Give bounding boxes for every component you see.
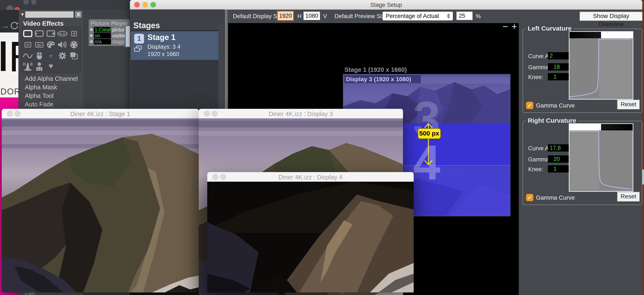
gamma-field[interactable]: 18 [548, 63, 569, 71]
disclosure-triangle-icon[interactable]: ▼ [20, 12, 25, 17]
window-titlebar[interactable]: Diner 4K.izz : Display 3 [199, 109, 403, 118]
show-display-overview-button[interactable]: Show Display Overview [580, 12, 643, 21]
v-label: V [323, 12, 327, 21]
gamma-field[interactable]: 20 [548, 155, 569, 163]
divide-icon[interactable]: ÷ [46, 52, 56, 60]
port-dot[interactable] [90, 34, 93, 37]
effect-list-item[interactable]: Add Alpha Channel [25, 75, 78, 82]
stage-caption: Stage 1 (1920 x 1660) [344, 66, 407, 73]
midi-icon[interactable] [69, 40, 79, 49]
reset-button[interactable]: Reset [617, 100, 640, 109]
logo-letter-fragment [1, 42, 6, 71]
background-logo-area: DORA [0, 33, 18, 98]
effects-panel-title: Video Effects [23, 20, 64, 27]
node-input-row: 1:Catalin picture [89, 27, 130, 33]
layers-icon[interactable] [69, 52, 79, 60]
divider [21, 83, 78, 83]
display4-output-image [207, 182, 414, 292]
stage-list-item[interactable]: 1 Stage 1 Displays: 3 4 1920 x 1660 [131, 30, 223, 60]
gamma-label: Gamma: [528, 156, 550, 163]
zoom-dot[interactable] [150, 2, 156, 8]
effect-list-item[interactable]: Alpha Tool [25, 92, 54, 99]
display4-output-window: Diner 4K.izz : Display 4 [207, 172, 414, 292]
left-curvature-group: Left Curvature Curve Amt: 2 Gamma: 18 Kn… [523, 29, 642, 113]
window-title: Stage Setup [370, 2, 402, 8]
window-title: Diner 4K.izz : Stage 1 [2, 111, 199, 118]
divider [21, 100, 78, 101]
freeframe-icon[interactable]: ff [69, 29, 79, 38]
gamma-curve-checkbox[interactable]: ✓ [526, 194, 533, 201]
heart-icon[interactable]: ♥ [46, 62, 56, 70]
quartz-composer-icon[interactable]: QC [34, 40, 44, 49]
gamma-curve-label: Gamma Curve [536, 102, 575, 109]
glsl-icon[interactable]: GLSL [58, 29, 67, 38]
preview-percent-field[interactable]: 25 [456, 12, 473, 20]
preview-size-label: Default Preview Size: [334, 12, 390, 21]
stage-name: Stage 1 [148, 33, 176, 42]
effects-list-clipped-row[interactable]: Flip [19, 292, 83, 295]
window-title: Diner 4K.izz : Display 4 [207, 174, 414, 181]
display-width-field[interactable]: 1920 [277, 11, 294, 21]
stepper-icon[interactable] [446, 13, 451, 20]
coreimage-icon[interactable]: CI [23, 40, 33, 49]
port-dot[interactable] [90, 40, 93, 43]
gamma-label: Gamma: [528, 64, 550, 71]
stage-resolution: 1920 x 1660 [148, 51, 179, 58]
knee-field[interactable]: 1 [548, 73, 569, 80]
effect-list-item[interactable]: Alpha Mask [25, 84, 57, 91]
left-gamma-curve-graph[interactable] [569, 31, 633, 100]
mouse-icon[interactable] [34, 52, 44, 60]
gamma-curve-checkbox[interactable]: ✓ [526, 102, 533, 109]
reload-icon[interactable] [10, 21, 19, 30]
curve-amt-field[interactable]: 2 [548, 52, 569, 60]
overlap-measure-badge: 500 px [418, 128, 441, 139]
zoom-out-button[interactable]: − [502, 22, 508, 31]
effect-list-item[interactable]: Auto Fade [25, 101, 54, 108]
value-box[interactable]: n/a [94, 39, 111, 45]
displays-icon [134, 45, 142, 52]
preview-size-dropdown[interactable]: Percentage of Actual [382, 12, 453, 21]
knee-label: Knee: [528, 74, 543, 81]
value-box[interactable]: 1:Catalin [94, 27, 111, 33]
minimize-dot[interactable] [142, 2, 148, 8]
close-dot[interactable] [134, 2, 140, 8]
gear-icon[interactable] [58, 52, 67, 60]
dora-text: DORA [0, 87, 18, 96]
display3-caption-chip: Display 3 (1920 x 1080) [344, 75, 421, 83]
knee-label: Knee: [528, 166, 543, 173]
antenna-icon[interactable] [23, 62, 33, 71]
right-curvature-title: Right Curvature [526, 117, 578, 124]
stage-setup-titlebar[interactable]: Stage Setup [130, 0, 642, 10]
right-gamma-curve-graph[interactable] [569, 123, 633, 192]
effect-list-item[interactable]: Flip [25, 292, 35, 295]
effects-filter-input[interactable] [25, 11, 74, 18]
speaker-icon[interactable] [58, 40, 67, 49]
node-input-row: on visible [89, 33, 130, 39]
picture-player-node[interactable]: Picture Player 1:Catalin picture on visi… [89, 19, 130, 46]
edge-scrollbar-fragment[interactable] [642, 169, 644, 184]
value-box[interactable]: on [94, 33, 111, 39]
gamma-curve-label: Gamma Curve [536, 194, 575, 201]
movie-in-icon[interactable] [34, 29, 44, 38]
knee-field[interactable]: 1 [548, 165, 569, 172]
close-panel-button[interactable]: X [75, 11, 82, 18]
zoom-in-button[interactable]: + [512, 22, 517, 31]
reset-button[interactable]: Reset [617, 192, 640, 202]
stage1-output-window: Diner 4K.izz : Stage 1 [2, 109, 199, 292]
display-height-field[interactable]: 1080 [304, 12, 320, 20]
video-rect-icon[interactable] [23, 29, 33, 38]
window-titlebar[interactable]: Diner 4K.izz : Stage 1 [2, 109, 199, 118]
curve-amt-field[interactable]: 17,6 [548, 144, 569, 152]
palette-icon[interactable] [46, 40, 56, 49]
user-icon[interactable] [34, 62, 44, 71]
picture-player-title: Picture Player [89, 20, 130, 27]
wave-generator-icon[interactable] [23, 52, 33, 60]
stages-header: Stages [133, 21, 160, 30]
forward-arrow-icon[interactable]: → [0, 21, 10, 31]
window-title: Diner 4K.izz : Display 3 [199, 111, 403, 118]
port-dot[interactable] [90, 28, 93, 31]
movie-out-icon[interactable] [46, 29, 56, 38]
logo-letter-fragment [12, 42, 18, 46]
window-titlebar[interactable]: Diner 4K.izz : Display 4 [207, 172, 414, 182]
bottom-strip [83, 292, 130, 295]
